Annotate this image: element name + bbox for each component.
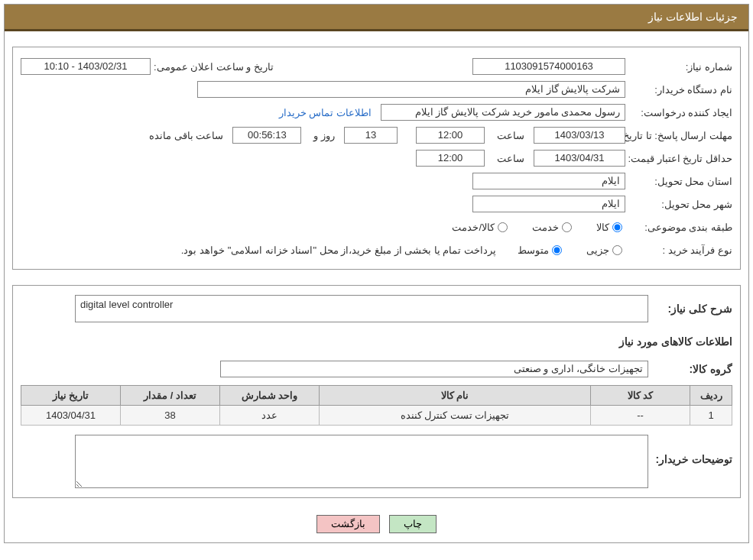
th-code: کد کالا (591, 386, 690, 406)
response-time-label: ساعت (494, 130, 524, 141)
print-button[interactable]: چاپ (389, 515, 437, 533)
buyer-org-label: نام دستگاه خریدار: (625, 84, 732, 95)
cell-row: 1 (690, 406, 732, 426)
radio-goods-label: کالا (593, 222, 609, 233)
delivery-city-label: شهر محل تحویل: (625, 199, 732, 210)
response-deadline-time: 12:00 (416, 127, 485, 144)
response-deadline-date: 1403/03/13 (534, 127, 625, 144)
radio-medium-label: متوسط (514, 244, 549, 256)
buyer-contact-link[interactable]: اطلاعات تماس خریدار (279, 107, 372, 118)
process-type-label: نوع فرآیند خرید : (625, 244, 732, 256)
price-validity-label: حداقل تاریخ اعتبار قیمت: تا تاریخ: (625, 153, 732, 164)
need-summary-label: شرح کلی نیاز: (648, 303, 732, 315)
buyer-notes-label: توضیحات خریدار: (648, 435, 732, 465)
radio-service[interactable] (562, 222, 572, 232)
response-days: 13 (344, 127, 398, 144)
table-row: 1 -- تجهیزات تست کنترل کننده عدد 38 1403… (21, 406, 732, 426)
cell-date: 1403/04/31 (21, 406, 121, 426)
price-validity-time-label: ساعت (494, 153, 524, 164)
radio-medium[interactable] (552, 245, 562, 255)
delivery-province-value: ایلام (472, 173, 625, 189)
response-remain-label: ساعت باقی مانده (146, 130, 223, 141)
price-validity-time: 12:00 (416, 150, 485, 167)
cell-code: -- (591, 406, 690, 426)
page-title: جزئیات اطلاعات نیاز (5, 5, 748, 31)
need-items-block: شرح کلی نیاز: digital level controller ا… (12, 285, 741, 498)
need-summary-value: digital level controller (75, 295, 648, 322)
requester-value: رسول محمدی مامور خرید شرکت پالایش گاز ای… (381, 104, 625, 121)
response-remain: 00:56:13 (232, 127, 301, 144)
goods-group-value: تجهیزات خانگی، اداری و صنعتی (220, 361, 648, 377)
cell-unit: عدد (220, 406, 320, 426)
response-days-label: روز و (310, 130, 335, 141)
response-deadline-label: مهلت ارسال پاسخ: تا تاریخ: (625, 130, 732, 141)
price-validity-date: 1403/04/31 (534, 150, 625, 167)
announce-datetime-value: 1403/02/31 - 10:10 (21, 58, 151, 75)
requester-label: ایجاد کننده درخواست: (625, 107, 732, 118)
goods-group-label: گروه کالا: (648, 363, 732, 375)
radio-both[interactable] (498, 222, 508, 232)
radio-both-label: کالا/خدمت (449, 222, 495, 233)
th-name: نام کالا (320, 386, 591, 406)
buyer-notes-textarea[interactable] (75, 435, 648, 488)
th-unit: واحد شمارش (220, 386, 320, 406)
buyer-org-value: شرکت پالایش گاز ایلام (197, 81, 625, 98)
delivery-city-value: ایلام (472, 196, 625, 212)
classification-label: طبقه بندی موضوعی: (625, 222, 732, 233)
th-row: ردیف (690, 386, 732, 406)
th-qty: تعداد / مقدار (121, 386, 220, 406)
radio-goods[interactable] (612, 222, 622, 232)
radio-minor-label: جزیی (583, 244, 609, 256)
delivery-province-label: استان محل تحویل: (625, 176, 732, 187)
radio-minor[interactable] (612, 245, 622, 255)
need-number-label: شماره نیاز: (625, 61, 732, 73)
cell-qty: 38 (121, 406, 220, 426)
process-type-note: پرداخت تمام یا بخشی از مبلغ خرید،از محل … (178, 244, 496, 256)
radio-service-label: خدمت (529, 222, 559, 233)
announce-datetime-label: تاریخ و ساعت اعلان عمومی: (151, 61, 274, 73)
th-date: تاریخ نیاز (21, 386, 121, 406)
need-details-block: شماره نیاز: 1103091574000163 تاریخ و ساع… (12, 47, 741, 270)
cell-name: تجهیزات تست کنترل کننده (320, 406, 591, 426)
need-items-title: اطلاعات کالاهای مورد نیاز (619, 335, 732, 348)
items-table: ردیف کد کالا نام کالا واحد شمارش تعداد /… (21, 385, 732, 426)
button-row: چاپ بازگشت (5, 506, 748, 542)
back-button[interactable]: بازگشت (316, 515, 380, 533)
need-number-value: 1103091574000163 (472, 58, 625, 75)
